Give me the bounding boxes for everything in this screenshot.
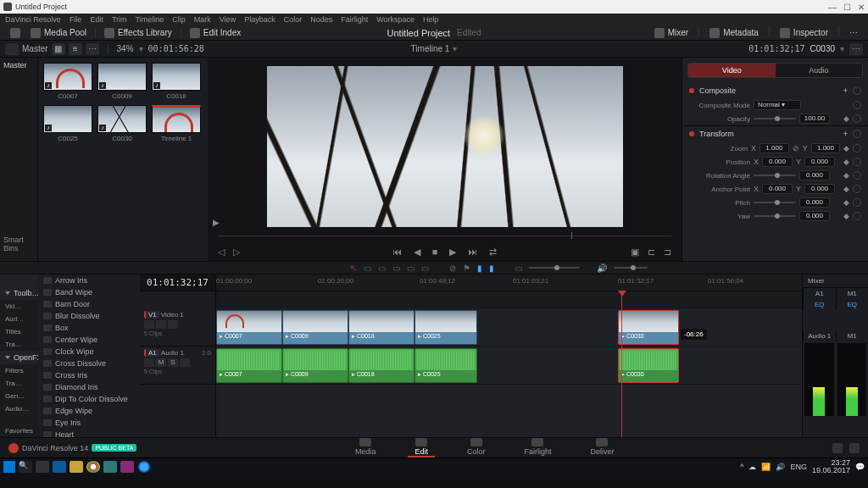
video-clip[interactable]: ▸ C0009	[282, 310, 348, 345]
reset-icon[interactable]	[853, 130, 861, 138]
yaw-slider[interactable]	[754, 215, 796, 217]
fx-item[interactable]: Dip To Color Dissolve	[38, 393, 140, 405]
fx-item[interactable]: Cross Dissolve	[38, 358, 140, 369]
page-deliver[interactable]: Deliver	[583, 438, 620, 458]
sidebar-toggle[interactable]	[5, 26, 25, 40]
menu-item[interactable]: Workspace	[376, 15, 415, 24]
reset-icon[interactable]	[853, 198, 861, 207]
options-icon[interactable]: ⋯	[844, 26, 863, 40]
taskbar-app[interactable]	[120, 461, 134, 473]
fx-item[interactable]: Clock Wipe	[38, 346, 140, 358]
mixer-fader[interactable]	[837, 343, 867, 416]
tray-expand-icon[interactable]: ^	[740, 463, 743, 471]
loop-icon[interactable]: ⇄	[489, 247, 497, 258]
fx-item[interactable]: Box	[38, 322, 140, 334]
audio-clip[interactable]: ▸ C0009	[282, 348, 348, 383]
menu-item[interactable]: Trim	[112, 15, 127, 24]
timeline-thumb[interactable]: Timeline 1	[152, 105, 201, 142]
video-track-row[interactable]: ▸ C0007▸ C0009▸ C0018▸ C0025▸ C0030	[216, 308, 802, 347]
video-track-header[interactable]: V1Video 1 5 Clips	[140, 308, 215, 347]
pitch-slider[interactable]	[754, 202, 796, 203]
rotation-slider[interactable]	[754, 175, 796, 176]
clip-thumb[interactable]: ♪C0007	[43, 63, 92, 100]
task-view-icon[interactable]	[36, 461, 49, 473]
mixer-fader[interactable]	[804, 343, 834, 416]
blade-tool-icon[interactable]: ▭	[364, 263, 371, 273]
taskbar-app-chrome[interactable]	[86, 461, 100, 473]
fx-nav-item[interactable]: Tra…	[0, 338, 38, 351]
video-clip[interactable]: ▸ C0018	[348, 310, 415, 345]
menu-item[interactable]: Nodes	[310, 15, 332, 24]
taskbar-app-explorer[interactable]	[70, 461, 83, 473]
solo-icon[interactable]: S	[168, 358, 178, 367]
match-frame-icon[interactable]: ▣	[631, 247, 639, 258]
audio-track-header[interactable]: A1Audio 1 2.0 MS 5 Clips	[140, 347, 215, 385]
fx-item[interactable]: Arrow Iris	[38, 274, 140, 286]
fx-nav-item[interactable]: Vid…	[0, 300, 38, 313]
viewer-scrubber[interactable]	[218, 230, 671, 242]
menu-item[interactable]: DaVinci Resolve	[5, 15, 61, 24]
toolbox-header[interactable]: Toolb…	[0, 286, 38, 300]
mixer-button[interactable]: Mixer	[649, 26, 693, 40]
fx-item[interactable]: Heart	[38, 429, 140, 437]
composite-header[interactable]: Composite+	[682, 83, 868, 98]
reset-icon[interactable]	[853, 101, 861, 109]
menu-item[interactable]: Edit	[90, 15, 103, 24]
zoom-y-input[interactable]: 1.000	[811, 143, 841, 153]
timeline-content[interactable]: ▸ C0007▸ C0009▸ C0018▸ C0025▸ C0030 ▸ C0…	[216, 291, 802, 437]
zoom-x-input[interactable]: 1.000	[760, 143, 789, 153]
onedrive-icon[interactable]: ☁	[748, 463, 756, 471]
options-icon[interactable]: ⋯	[849, 43, 863, 55]
mixer-eq[interactable]: EQ	[803, 299, 836, 310]
video-clip[interactable]: ▸ C0030	[618, 310, 679, 345]
taskbar-app-edge[interactable]	[53, 461, 66, 473]
master-bin-label[interactable]: Master	[22, 44, 48, 53]
reset-icon[interactable]	[853, 212, 861, 220]
reset-icon[interactable]	[853, 171, 861, 180]
menu-item[interactable]: Color	[284, 15, 303, 24]
settings-icon[interactable]	[849, 443, 860, 453]
reset-icon[interactable]	[853, 185, 861, 193]
lock-icon[interactable]	[144, 358, 154, 367]
prev-edit-icon[interactable]: ◁	[218, 247, 225, 258]
timeline-timecode[interactable]: 01:01:32;17	[140, 274, 216, 291]
thumb-view-icon[interactable]: ▦	[52, 43, 65, 55]
inspector-tab-audio[interactable]: Audio	[776, 64, 863, 77]
video-clip[interactable]: ▸ C0007	[216, 310, 282, 345]
metadata-button[interactable]: Metadata	[704, 26, 764, 40]
volume-slider[interactable]	[614, 267, 648, 269]
stop-icon[interactable]: ■	[432, 247, 438, 257]
mute-icon[interactable]: M	[156, 358, 166, 367]
trk-option-icon[interactable]	[156, 320, 166, 329]
mixer-track-a1[interactable]: A1	[803, 288, 836, 299]
viewer-image[interactable]	[267, 66, 623, 227]
network-icon[interactable]: 📶	[761, 463, 771, 471]
start-button[interactable]	[3, 461, 15, 473]
volume-icon[interactable]: 🔊	[597, 263, 607, 273]
timeline-name[interactable]: Timeline 1	[411, 44, 450, 53]
replace-tool-icon[interactable]: ▭	[407, 263, 415, 273]
fx-item[interactable]: Band Wipe	[38, 286, 140, 298]
yaw-input[interactable]: 0.000	[799, 211, 830, 221]
clip-thumb[interactable]: ♪C0009	[97, 63, 147, 100]
master-bin[interactable]: Master	[3, 61, 34, 69]
timeline-zoom-slider[interactable]	[529, 267, 580, 269]
viewer-zoom[interactable]: 34%	[117, 44, 134, 53]
fx-item[interactable]: Diamond Iris	[38, 381, 140, 393]
fx-nav-item[interactable]: Tra…	[0, 377, 38, 390]
step-back-icon[interactable]: ◀	[414, 247, 420, 258]
pos-y-input[interactable]: 0.000	[804, 157, 835, 167]
last-frame-icon[interactable]: ⏭	[468, 247, 477, 257]
transform-header[interactable]: Transform+	[682, 126, 868, 141]
bin-list-icon[interactable]	[5, 43, 19, 55]
page-media[interactable]: Media	[348, 438, 383, 458]
close-button[interactable]: ✕	[858, 3, 865, 12]
audio-clip[interactable]: ▸ C0025	[415, 348, 477, 383]
fit-tool-icon[interactable]: ▭	[421, 263, 429, 273]
arrow-tool-icon[interactable]: ↖	[350, 263, 357, 273]
lock-icon[interactable]	[144, 320, 154, 329]
fx-item[interactable]: Center Wipe	[38, 334, 140, 346]
anchor-x-input[interactable]: 0.000	[762, 184, 793, 194]
reset-icon[interactable]	[853, 86, 861, 95]
insert-tool-icon[interactable]: ▭	[378, 263, 386, 273]
